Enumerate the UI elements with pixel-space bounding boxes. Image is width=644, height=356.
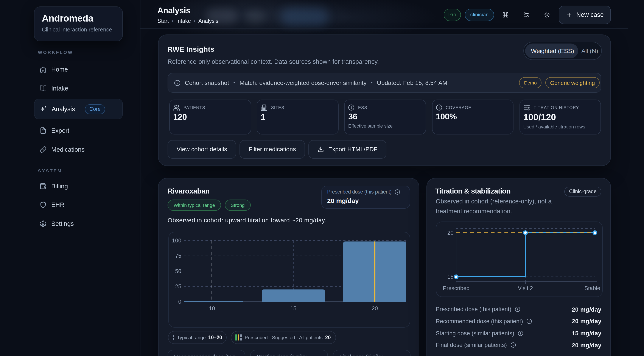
svg-text:25: 25 <box>175 283 181 290</box>
svg-text:15: 15 <box>447 273 454 280</box>
svg-text:Stable: Stable <box>584 285 600 291</box>
svg-text:10: 10 <box>209 305 215 312</box>
svg-text:20: 20 <box>372 305 378 312</box>
svg-text:75: 75 <box>175 253 181 259</box>
svg-text:0: 0 <box>178 298 181 305</box>
svg-text:50: 50 <box>175 268 181 274</box>
svg-text:Visit 2: Visit 2 <box>518 285 533 291</box>
svg-text:100: 100 <box>172 237 181 244</box>
svg-text:Prescribed: Prescribed <box>442 285 469 291</box>
svg-text:15: 15 <box>290 305 296 312</box>
svg-text:20: 20 <box>447 229 454 236</box>
